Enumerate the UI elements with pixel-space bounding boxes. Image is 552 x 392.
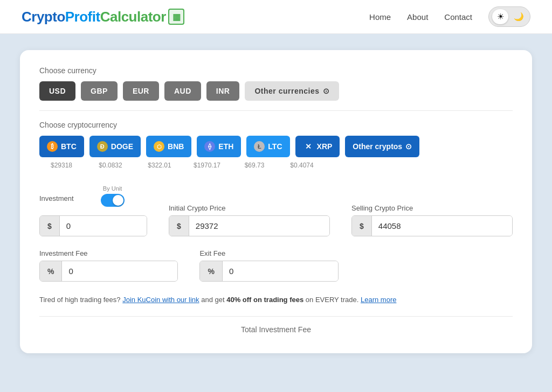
logo-crypto: Crypto <box>22 9 65 25</box>
main-card: Choose currency USD GBP EUR AUD INR Othe… <box>20 50 532 353</box>
currency-btn-inr[interactable]: INR <box>206 81 240 101</box>
eth-price: $1970.17 <box>186 162 228 169</box>
btc-price: $29318 <box>40 162 82 169</box>
ltc-icon: Ł <box>254 141 265 152</box>
promo-text: Tired of high trading fees? Join KuCoin … <box>39 295 513 305</box>
btc-icon: ₿ <box>47 141 58 152</box>
promo-learn-more-link[interactable]: Learn more <box>361 296 396 304</box>
promo-text-after: on EVERY trade. <box>306 296 361 304</box>
input-row-2: Investment Fee % Exit Fee % <box>39 249 330 282</box>
exit-fee-group: Exit Fee % <box>199 249 338 282</box>
currency-btn-eur[interactable]: EUR <box>123 81 159 101</box>
initial-price-input-wrapper: $ <box>169 215 330 236</box>
logo-icon: ▦ <box>168 9 184 25</box>
divider-1 <box>39 110 513 111</box>
toggle-area: By Unit <box>101 185 125 207</box>
total-label: Total Investment Fee <box>39 316 513 334</box>
navbar: CryptoProfitCalculator ▦ Home About Cont… <box>0 0 552 34</box>
crypto-section: Choose cryptocurrency ₿ BTC Ð DOGE ⬡ BNB… <box>39 121 513 169</box>
xrp-price: $0.4074 <box>281 162 323 169</box>
investment-fee-group: Investment Fee % <box>39 249 178 282</box>
nav-about[interactable]: About <box>407 12 428 22</box>
promo-bold-text: 40% off on trading fees <box>226 296 303 304</box>
btc-label: BTC <box>61 142 77 151</box>
investment-label: Investment <box>39 194 74 202</box>
bnb-price: $322.01 <box>139 162 181 169</box>
currency-btn-other[interactable]: Other currencies ⊙ <box>245 81 339 101</box>
input-row-1: Investment By Unit $ Initial Crypto Pric… <box>39 185 513 236</box>
selling-price-label: Selling Crypto Price <box>351 204 513 212</box>
nav-home[interactable]: Home <box>369 12 391 22</box>
promo-kucoin-link[interactable]: Join KuCoin with our link <box>122 296 199 304</box>
crypto-label: Choose cryptocurrency <box>39 121 513 129</box>
promo-text-middle: and get <box>201 296 226 304</box>
doge-price: $0.0832 <box>88 162 133 169</box>
doge-label: DOGE <box>111 142 133 151</box>
initial-price-group: Initial Crypto Price $ <box>169 204 330 236</box>
investment-prefix: $ <box>40 216 60 236</box>
nav-links: Home About Contact <box>369 12 472 22</box>
exit-fee-label: Exit Fee <box>199 249 338 257</box>
exit-fee-input-wrapper: % <box>199 261 338 282</box>
crypto-btn-xrp[interactable]: ✕ XRP <box>295 136 340 157</box>
theme-dark-button[interactable]: 🌙 <box>510 9 527 24</box>
ltc-label: LTC <box>268 142 282 151</box>
initial-price-prefix: $ <box>169 216 189 236</box>
crypto-btn-ltc[interactable]: Ł LTC <box>246 136 289 157</box>
investment-fee-label: Investment Fee <box>39 249 178 257</box>
inputs-section: Investment By Unit $ Initial Crypto Pric… <box>39 185 513 334</box>
logo-calculator: Calculator <box>100 9 166 25</box>
investment-input[interactable] <box>60 216 147 236</box>
logo: CryptoProfitCalculator ▦ <box>22 9 369 25</box>
xrp-icon: ✕ <box>303 141 314 152</box>
by-unit-toggle[interactable] <box>101 194 125 207</box>
crypto-btn-eth[interactable]: ⟠ ETH <box>197 136 241 157</box>
promo-text-before: Tired of high trading fees? <box>39 296 121 304</box>
currency-section: Choose currency USD GBP EUR AUD INR Othe… <box>39 66 513 101</box>
selling-price-prefix: $ <box>352 216 372 236</box>
currency-row: USD GBP EUR AUD INR Other currencies ⊙ <box>39 81 513 101</box>
crypto-btn-doge[interactable]: Ð DOGE <box>89 136 141 157</box>
investment-fee-input[interactable] <box>62 261 177 281</box>
other-currencies-chevron: ⊙ <box>323 87 330 95</box>
currency-label: Choose currency <box>39 66 513 75</box>
other-cryptos-chevron: ⊙ <box>405 142 412 151</box>
by-unit-label: By Unit <box>103 185 122 192</box>
investment-fee-prefix: % <box>40 261 62 281</box>
bnb-label: BNB <box>168 142 184 151</box>
investment-fee-input-wrapper: % <box>39 261 178 282</box>
exit-fee-input[interactable] <box>223 261 338 281</box>
investment-input-wrapper: $ <box>39 215 147 236</box>
initial-price-label: Initial Crypto Price <box>169 204 330 212</box>
other-cryptos-label: Other cryptos <box>353 142 402 151</box>
crypto-prices-row: $29318 $0.0832 $322.01 $1970.17 $69.73 $… <box>39 162 513 169</box>
xrp-label: XRP <box>317 142 333 151</box>
initial-price-input[interactable] <box>189 216 329 236</box>
selling-price-group: Selling Crypto Price $ <box>351 204 513 236</box>
crypto-btn-bnb[interactable]: ⬡ BNB <box>146 136 191 157</box>
crypto-row: ₿ BTC Ð DOGE ⬡ BNB ⟠ ETH Ł LTC ✕ XRP <box>39 136 513 157</box>
selling-price-input-wrapper: $ <box>351 215 513 236</box>
ltc-price: $69.73 <box>233 162 275 169</box>
currency-btn-usd[interactable]: USD <box>39 81 75 101</box>
currency-btn-aud[interactable]: AUD <box>164 81 201 101</box>
theme-light-button[interactable]: ☀ <box>492 9 508 24</box>
selling-price-input[interactable] <box>372 216 512 236</box>
eth-label: ETH <box>218 142 233 151</box>
currency-btn-gbp[interactable]: GBP <box>81 81 118 101</box>
investment-group: Investment By Unit $ <box>39 185 147 236</box>
crypto-btn-btc[interactable]: ₿ BTC <box>39 136 84 157</box>
exit-fee-prefix: % <box>200 261 222 281</box>
logo-profit: Profit <box>65 9 100 25</box>
nav-contact[interactable]: Contact <box>444 12 472 22</box>
other-currencies-label: Other currencies <box>254 87 319 95</box>
crypto-btn-other[interactable]: Other cryptos ⊙ <box>345 136 419 157</box>
eth-icon: ⟠ <box>204 141 215 152</box>
theme-toggle: ☀ 🌙 <box>488 6 530 27</box>
doge-icon: Ð <box>97 141 108 152</box>
bnb-icon: ⬡ <box>154 141 164 152</box>
